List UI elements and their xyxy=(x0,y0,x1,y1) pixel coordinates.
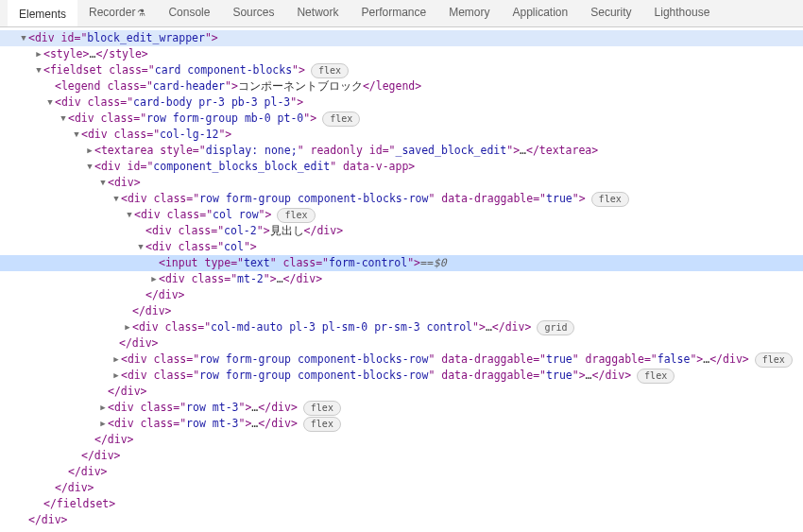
tab-security[interactable]: Security xyxy=(579,0,642,26)
t: "> xyxy=(205,30,218,46)
badge-flex[interactable]: flex xyxy=(591,192,629,207)
expand-icon[interactable] xyxy=(34,46,43,62)
badge-flex[interactable]: flex xyxy=(277,208,315,223)
expand-icon[interactable] xyxy=(85,159,94,175)
node-fieldset[interactable]: <fieldset class="card component-blocks">… xyxy=(0,62,803,78)
t: </div> xyxy=(108,384,147,400)
tab-console[interactable]: Console xyxy=(157,0,221,26)
expand-icon[interactable] xyxy=(98,400,108,416)
expand-icon[interactable] xyxy=(59,111,68,127)
node-close[interactable]: </div> xyxy=(0,512,803,528)
t: <div class=" xyxy=(121,368,199,384)
tab-sources[interactable]: Sources xyxy=(221,0,285,26)
tab-network[interactable]: Network xyxy=(285,0,350,26)
node-style[interactable]: <style>…</style> xyxy=(0,46,803,62)
txt: 見出し xyxy=(270,223,304,239)
t: <div id=" xyxy=(28,30,87,46)
expand-icon[interactable] xyxy=(111,368,121,384)
node-wrapper[interactable]: <div id="block_edit_wrapper"> xyxy=(0,30,803,46)
t: </div> xyxy=(132,303,172,319)
v: row mt-3 xyxy=(186,416,238,432)
v: display: none; xyxy=(206,143,298,159)
t: </div> xyxy=(28,512,68,528)
node-col[interactable]: <div class="col"> xyxy=(0,239,803,255)
node-close[interactable]: </div> xyxy=(0,335,803,352)
t: " data-v-app> xyxy=(330,159,415,175)
node-close[interactable]: </div> xyxy=(0,464,803,480)
node-cbrow[interactable]: <div class="row form-group component-blo… xyxy=(0,191,803,207)
dom-tree[interactable]: <div id="block_edit_wrapper"> <style>…</… xyxy=(0,27,803,532)
expand-icon[interactable] xyxy=(136,239,145,255)
expand-icon[interactable] xyxy=(85,143,94,159)
v: card component-blocks xyxy=(155,62,292,78)
node-cbrow2[interactable]: <div class="row form-group component-blo… xyxy=(0,352,803,368)
t: <div class=" xyxy=(132,319,211,335)
t: "> xyxy=(257,223,270,239)
node-colrow[interactable]: <div class="col row">flex xyxy=(0,207,803,223)
node-rowfg[interactable]: <div class="row form-group mb-0 pt-0">fl… xyxy=(0,111,803,127)
expand-icon[interactable] xyxy=(125,207,134,223)
t: "> xyxy=(572,368,586,384)
expand-icon[interactable] xyxy=(34,62,43,78)
expand-icon[interactable] xyxy=(98,175,108,191)
node-legend[interactable]: <legend class="card-header">コンポーネントブロック<… xyxy=(0,78,803,94)
badge-flex[interactable]: flex xyxy=(755,352,793,368)
tab-lighthouse[interactable]: Lighthouse xyxy=(643,0,722,26)
t: "> xyxy=(572,191,586,207)
expand-icon[interactable] xyxy=(149,271,159,287)
t: </div> xyxy=(709,352,749,368)
node-div[interactable]: <div> xyxy=(0,175,803,191)
node-cbrow3[interactable]: <div class="row form-group component-blo… xyxy=(0,368,803,384)
node-rowmt3b[interactable]: <div class="row mt-3">…</div>flex xyxy=(0,416,803,432)
node-ctrl[interactable]: <div class="col-md-auto pl-3 pl-sm-0 pr-… xyxy=(0,319,803,335)
tab-recorder[interactable]: Recorder⚗ xyxy=(77,0,157,26)
t: "> xyxy=(238,400,251,416)
badge-flex[interactable]: flex xyxy=(303,417,341,432)
t: <div class=" xyxy=(121,352,199,368)
badge-flex[interactable]: flex xyxy=(637,369,675,384)
eq: == xyxy=(420,255,434,271)
tab-memory[interactable]: Memory xyxy=(437,0,501,26)
expand-icon[interactable] xyxy=(123,319,132,335)
node-close[interactable]: </div> xyxy=(0,287,803,303)
t: "> xyxy=(244,239,257,255)
expand-icon[interactable] xyxy=(19,30,28,46)
t: <div class=" xyxy=(108,416,186,432)
badge-flex[interactable]: flex xyxy=(322,112,360,127)
tab-application[interactable]: Application xyxy=(502,0,580,26)
node-close[interactable]: </div> xyxy=(0,480,803,496)
expand-icon[interactable] xyxy=(72,127,81,143)
node-close[interactable]: </div> xyxy=(0,384,803,400)
node-close-fieldset[interactable]: </fieldset> xyxy=(0,496,803,512)
node-collg[interactable]: <div class="col-lg-12"> xyxy=(0,127,803,143)
v: true xyxy=(546,368,572,384)
badge-flex[interactable]: flex xyxy=(303,401,341,416)
node-input-selected[interactable]: <input type="text" class="form-control">… xyxy=(0,255,803,271)
t: </fieldset> xyxy=(43,496,115,512)
expand-icon[interactable] xyxy=(98,416,108,432)
node-close[interactable]: </div> xyxy=(0,303,803,319)
t: " data-draggable=" xyxy=(428,352,546,368)
t: </div> xyxy=(492,319,532,335)
flask-icon: ⚗ xyxy=(137,8,145,18)
t: "> xyxy=(407,255,420,271)
tab-performance[interactable]: Performance xyxy=(350,0,437,26)
expand-icon[interactable] xyxy=(45,94,55,111)
t: " readonly id=" xyxy=(298,143,396,159)
node-close[interactable]: </div> xyxy=(0,448,803,464)
t: <div class=" xyxy=(68,111,146,127)
node-textarea[interactable]: <textarea style="display: none;" readonl… xyxy=(0,143,803,159)
node-vapp[interactable]: <div id="component_blocks_block_edit" da… xyxy=(0,159,803,175)
node-rowmt3a[interactable]: <div class="row mt-3">…</div>flex xyxy=(0,400,803,416)
node-close[interactable]: </div> xyxy=(0,432,803,448)
badge-grid[interactable]: grid xyxy=(537,320,574,335)
tab-elements[interactable]: Elements xyxy=(8,0,77,26)
expand-icon[interactable] xyxy=(111,191,121,207)
expand-icon[interactable] xyxy=(111,352,121,368)
t: <div class=" xyxy=(108,400,186,416)
badge-flex[interactable]: flex xyxy=(311,63,349,78)
t: </div> xyxy=(592,368,632,384)
node-cardbody[interactable]: <div class="card-body pr-3 pb-3 pl-3"> xyxy=(0,94,803,111)
node-mt2[interactable]: <div class="mt-2">…</div> xyxy=(0,271,803,287)
node-col2[interactable]: <div class="col-2">見出し</div> xyxy=(0,223,803,239)
